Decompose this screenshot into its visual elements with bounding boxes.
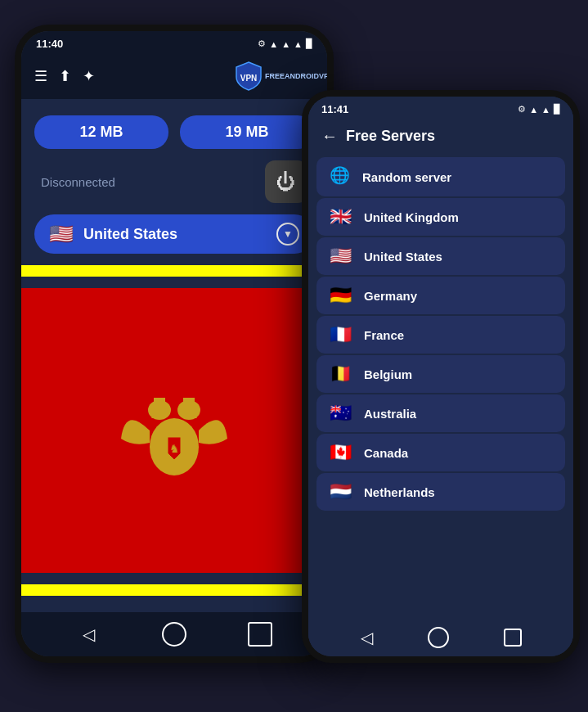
status-icons-1: ⚙ ▲ ▲ ▲ ▉ [258,38,312,49]
flag-icon: 🇺🇸 [328,246,352,267]
country-flag: 🇺🇸 [49,223,74,246]
phone1: 11:40 ⚙ ▲ ▲ ▲ ▉ ☰ ⬆ ✦ VPN FREEANDROIDVPN… [15,25,334,663]
country-selector[interactable]: 🇺🇸 United States ▼ [34,214,314,254]
recents-nav-button[interactable] [248,622,272,647]
flag-banner-top [21,265,327,277]
logo-text: FREEANDROIDVPN.COM [265,72,314,80]
flag-icon: 🇨🇦 [328,442,352,463]
logo: VPN FREEANDROIDVPN.COM [236,61,314,91]
share-icon[interactable]: ⬆ [59,67,71,85]
home-nav-button[interactable] [162,622,186,647]
status-icons-2: ⚙ ▲ ▲ ▉ [518,104,560,115]
flag-area: ♞ [21,288,327,573]
svg-rect-4 [154,398,165,403]
home-nav-button-2[interactable] [428,627,449,648]
battery-icon-2: ▉ [554,104,560,115]
screen-title: Free Servers [346,128,435,145]
flag-icon: 🇬🇧 [328,206,352,228]
battery-icon: ▉ [306,38,312,49]
chevron-down-icon[interactable]: ▼ [276,223,299,246]
disconnect-row: Disconnected [34,160,314,203]
status-bar-1: 11:40 ⚙ ▲ ▲ ▲ ▉ [21,31,327,53]
server-item[interactable]: 🇺🇸United States [316,237,565,275]
menu-icon[interactable]: ☰ [34,67,47,85]
server-item[interactable]: 🇦🇺Australia [316,394,565,432]
server-name: Random server [362,170,451,184]
logo-shield-icon: VPN [236,61,262,91]
server-name: Netherlands [364,485,435,499]
server-item[interactable]: 🇨🇦Canada [316,434,565,471]
settings-icon-2: ⚙ [518,104,526,115]
notification-icon: ▲ [269,39,278,49]
bottom-nav-1: ◁ [21,612,327,656]
server-item[interactable]: 🇫🇷France [316,316,565,354]
svg-text:♞: ♞ [169,442,180,455]
server-header: ← Free Servers [308,119,573,157]
phone2: 11:41 ⚙ ▲ ▲ ▉ ← Free Servers 🌐Random ser… [302,90,580,663]
download-stat: 12 MB [34,115,168,149]
flag-icon: 🇦🇺 [328,403,352,424]
status-time-1: 11:40 [36,38,63,50]
svg-rect-5 [183,398,195,403]
recents-nav-button-2[interactable] [504,629,522,647]
back-arrow-button[interactable]: ← [321,127,338,146]
server-name: Australia [364,407,416,421]
coat-of-arms-icon: ♞ [109,365,240,496]
server-name: Germany [364,289,417,303]
server-item[interactable]: 🇳🇱Netherlands [316,473,565,511]
signal-icon: ▲ [294,39,303,49]
settings-icon: ⚙ [258,38,266,49]
back-nav-button[interactable]: ◁ [76,622,101,647]
status-bar-2: 11:41 ⚙ ▲ ▲ ▉ [308,97,573,119]
flag-banner-bottom [21,584,327,596]
flag-icon: 🇫🇷 [328,324,352,345]
server-item[interactable]: 🇩🇪Germany [316,277,565,314]
server-name: France [364,328,404,342]
flag-icon: 🇳🇱 [328,481,352,502]
svg-point-3 [177,400,200,420]
disconnect-label: Disconnected [41,175,115,189]
server-name: United Kingdom [364,210,459,224]
star-icon[interactable]: ✦ [83,67,95,85]
server-item[interactable]: 🇬🇧United Kingdom [316,198,565,236]
wifi-icon-2: ▲ [529,105,538,115]
status-time-2: 11:41 [321,103,348,115]
bottom-nav-2: ◁ [308,619,573,656]
server-item[interactable]: 🌐Random server [316,157,565,196]
globe-icon: 🌐 [328,165,351,188]
svg-text:VPN: VPN [240,74,258,83]
signal-icon-2: ▲ [541,105,550,115]
svg-point-2 [148,400,171,420]
stats-row: 12 MB 19 MB [34,115,314,149]
server-item[interactable]: 🇧🇪Belgium [316,355,565,393]
flag-icon: 🇩🇪 [328,285,352,306]
back-nav-button-2[interactable]: ◁ [361,628,373,647]
server-name: United States [364,250,442,264]
wifi-icon: ▲ [281,39,290,49]
server-list: 🌐Random server🇬🇧United Kingdom🇺🇸United S… [308,157,573,619]
main-content-1: 12 MB 19 MB Disconnected 🇺🇸 United State… [21,99,327,612]
server-name: Belgium [364,367,412,381]
upload-stat: 19 MB [180,115,314,149]
country-name: United States [83,226,267,243]
top-bar-1: ☰ ⬆ ✦ VPN FREEANDROIDVPN.COM [21,53,327,99]
server-name: Canada [364,446,408,460]
flag-icon: 🇧🇪 [328,363,352,385]
